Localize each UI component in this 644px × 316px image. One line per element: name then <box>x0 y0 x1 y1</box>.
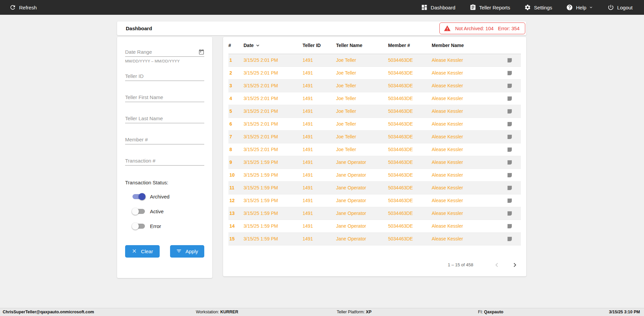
status-datetime: 3/15/25 3:10 PM <box>609 308 640 316</box>
note-icon[interactable] <box>507 108 513 114</box>
cell-member-num: 5034463DE <box>388 156 432 169</box>
table-row[interactable]: 63/15/25 2:01 PM1491Joe Teller5034463DEA… <box>228 118 521 130</box>
cell-teller-name: Jane Operator <box>336 169 388 181</box>
member-number-input[interactable] <box>125 137 204 142</box>
cell-row-number: 11 <box>228 181 244 194</box>
refresh-button[interactable]: Refresh <box>9 4 37 11</box>
error-alert-badge[interactable]: Not Archived: 104 Error: 354 <box>439 22 525 34</box>
error-toggle[interactable] <box>132 224 145 229</box>
cell-member-num: 5034463DE <box>388 169 432 181</box>
note-icon[interactable] <box>507 172 513 177</box>
logout-icon <box>607 4 614 11</box>
table-row[interactable]: 13/15/25 2:01 PM1491Joe Teller5034463DEA… <box>228 54 521 66</box>
table-row[interactable]: 73/15/25 2:01 PM1491Joe Teller5034463DEA… <box>228 130 521 143</box>
nav-settings[interactable]: Settings <box>524 4 552 11</box>
table-row[interactable]: 133/15/25 1:59 PM1491Jane Operator503446… <box>228 207 521 220</box>
cell-member-name: Alease Kessler <box>432 220 498 232</box>
note-icon[interactable] <box>507 95 513 101</box>
cell-teller-id: 1491 <box>303 181 336 194</box>
date-range-input[interactable] <box>125 49 199 55</box>
nav-logout[interactable]: Logout <box>607 4 633 11</box>
calendar-icon[interactable] <box>199 49 204 55</box>
active-toggle[interactable] <box>132 209 145 214</box>
note-icon[interactable] <box>507 236 513 241</box>
cell-row-number: 7 <box>228 130 244 143</box>
toggle-knob <box>139 193 146 200</box>
close-icon <box>131 248 137 255</box>
cell-teller-name: Joe Teller <box>336 54 388 66</box>
pagination: 1 – 15 of 458 <box>228 261 521 269</box>
next-page-button[interactable] <box>511 261 519 269</box>
cell-teller-name: Joe Teller <box>336 118 388 130</box>
column-header-member-num: Member # <box>388 37 432 54</box>
cell-teller-id: 1491 <box>303 169 336 181</box>
table-row[interactable]: 53/15/25 2:01 PM1491Joe Teller5034463DEA… <box>228 105 521 118</box>
column-header-teller-id: Teller ID <box>303 37 336 54</box>
cell-teller-name: Jane Operator <box>336 207 388 220</box>
note-icon[interactable] <box>507 134 513 139</box>
cell-teller-name: Jane Operator <box>336 232 388 245</box>
cell-teller-id: 1491 <box>303 79 336 92</box>
teller-id-field-group <box>125 73 204 81</box>
table-row[interactable]: 83/15/25 2:01 PM1491Joe Teller5034463DEA… <box>228 143 521 156</box>
status-bar: ChrisSuperTeller@qaxpauto.onmicrosoft.co… <box>0 308 644 316</box>
column-header-date-label: Date <box>244 43 254 48</box>
note-icon[interactable] <box>507 57 513 62</box>
previous-page-button[interactable] <box>493 261 501 269</box>
cell-date: 3/15/25 1:59 PM <box>244 181 303 194</box>
table-row[interactable]: 93/15/25 1:59 PM1491Jane Operator5034463… <box>228 156 521 169</box>
nav-help[interactable]: Help <box>566 4 593 11</box>
nav-dashboard[interactable]: Dashboard <box>421 4 455 11</box>
cell-member-num: 5034463DE <box>388 207 432 220</box>
cell-member-name: Alease Kessler <box>432 79 498 92</box>
cell-teller-id: 1491 <box>303 232 336 245</box>
transaction-number-input[interactable] <box>125 158 204 164</box>
table-row[interactable]: 33/15/25 2:01 PM1491Joe Teller5034463DEA… <box>228 79 521 92</box>
teller-first-name-input[interactable] <box>125 94 204 100</box>
cell-teller-id: 1491 <box>303 143 336 156</box>
note-icon[interactable] <box>507 121 513 126</box>
warning-icon <box>444 25 451 32</box>
note-icon[interactable] <box>507 159 513 165</box>
date-range-field-group: MM/DD/YYYY – MM/DD/YYYY <box>125 49 204 63</box>
member-number-field-group <box>125 137 204 144</box>
transactions-table: # Date Teller ID Teller Name Member # Me… <box>228 37 521 245</box>
cell-date: 3/15/25 1:59 PM <box>244 220 303 232</box>
teller-id-input[interactable] <box>125 73 204 79</box>
platform-label: Teller Platform: <box>337 310 366 314</box>
cell-date: 3/15/25 2:01 PM <box>244 79 303 92</box>
archived-toggle[interactable] <box>132 194 145 199</box>
column-header-date[interactable]: Date <box>244 37 303 54</box>
table-row[interactable]: 123/15/25 1:59 PM1491Jane Operator503446… <box>228 194 521 207</box>
cell-member-num: 5034463DE <box>388 54 432 66</box>
table-row[interactable]: 43/15/25 2:01 PM1491Joe Teller5034463DEA… <box>228 92 521 105</box>
cell-teller-id: 1491 <box>303 92 336 105</box>
nav-help-label: Help <box>576 5 586 10</box>
table-row[interactable]: 23/15/25 2:01 PM1491Joe Teller5034463DEA… <box>228 66 521 79</box>
table-row[interactable]: 153/15/25 1:59 PM1491Jane Operator503446… <box>228 232 521 245</box>
clear-button[interactable]: Clear <box>125 245 160 258</box>
cell-teller-id: 1491 <box>303 207 336 220</box>
note-icon[interactable] <box>507 223 513 228</box>
cell-row-number: 14 <box>228 220 244 232</box>
note-icon[interactable] <box>507 146 513 152</box>
cell-member-num: 5034463DE <box>388 194 432 207</box>
cell-teller-id: 1491 <box>303 66 336 79</box>
table-row[interactable]: 113/15/25 1:59 PM1491Jane Operator503446… <box>228 181 521 194</box>
apply-button[interactable]: Apply <box>170 245 205 258</box>
sort-chevron-down-icon <box>255 43 261 48</box>
nav-teller-reports[interactable]: Teller Reports <box>470 4 511 11</box>
cell-row-number: 9 <box>228 156 244 169</box>
note-icon[interactable] <box>507 70 513 75</box>
note-icon[interactable] <box>507 210 513 216</box>
note-icon[interactable] <box>507 197 513 203</box>
cell-row-number: 10 <box>228 169 244 181</box>
note-icon[interactable] <box>507 83 513 88</box>
note-icon[interactable] <box>507 185 513 190</box>
table-row[interactable]: 143/15/25 1:59 PM1491Jane Operator503446… <box>228 220 521 232</box>
table-row[interactable]: 103/15/25 1:59 PM1491Jane Operator503446… <box>228 169 521 181</box>
transaction-number-field-group <box>125 158 204 166</box>
teller-last-name-input[interactable] <box>125 116 204 121</box>
cell-date: 3/15/25 1:59 PM <box>244 232 303 245</box>
cell-date: 3/15/25 2:01 PM <box>244 54 303 66</box>
